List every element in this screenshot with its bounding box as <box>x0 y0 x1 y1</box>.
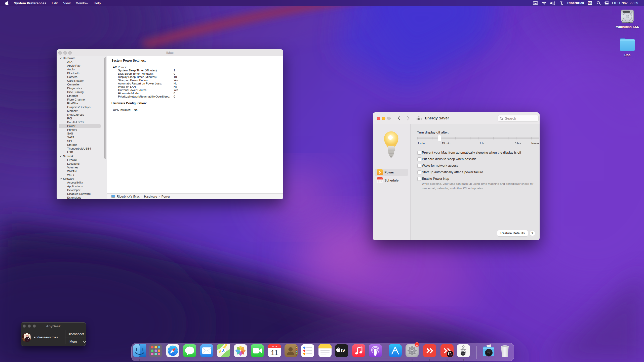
svg-text:NOV: NOV <box>272 345 277 348</box>
svg-text:tv: tv <box>341 348 345 353</box>
svg-text:11: 11 <box>271 349 278 357</box>
